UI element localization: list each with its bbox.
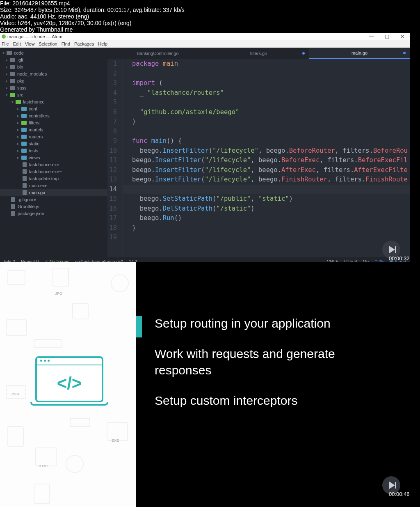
window-titlebar[interactable]: main.go — c:\code — Atom — ▢ ✕ <box>0 33 410 40</box>
close-button[interactable]: ✕ <box>395 34 410 39</box>
tree-item[interactable]: ▸views <box>0 154 107 161</box>
timestamp-bottom: 00:00:46 <box>389 491 410 497</box>
editor-area: BankingController.go filters.go main.go … <box>107 48 410 257</box>
tree-item[interactable]: ▸node_modules <box>0 70 107 77</box>
tree-item[interactable]: ▸models <box>0 126 107 133</box>
tree-item[interactable]: ▸tests <box>0 147 107 154</box>
folder-icon <box>10 65 15 69</box>
folder-icon <box>10 72 15 76</box>
tab-main[interactable]: main.go <box>309 48 410 59</box>
tab-bankingcontroller[interactable]: BankingController.go <box>107 48 208 59</box>
pattern-tag-html: HTML <box>39 464 49 468</box>
meta-size: Size: 3245487 bytes (3.10 MiB), duration… <box>0 7 185 13</box>
tree-view[interactable]: ▾code ▸.git▸bin▸node_modules▸pkg▸sass▾sr… <box>0 48 107 257</box>
slide-left-panel: JPG CSS HTML EXE </> <box>0 262 136 507</box>
tree-item[interactable]: ▸.git <box>0 56 107 63</box>
atom-app-icon <box>2 34 6 39</box>
folder-icon <box>21 121 27 125</box>
folder-icon <box>16 100 21 104</box>
tree-item[interactable]: lastchance.exe~ <box>0 168 107 175</box>
accent-bar <box>136 316 142 337</box>
tree-item[interactable]: ▸sass <box>0 84 107 91</box>
pattern-tag-exe: EXE <box>112 438 119 443</box>
tree-item[interactable]: ▾src <box>0 91 107 98</box>
tree-item[interactable]: ▸static <box>0 140 107 147</box>
file-icon <box>23 169 27 174</box>
code-brackets-icon: </> <box>37 374 102 393</box>
tree-item[interactable]: lastupdate.tmp <box>0 175 107 182</box>
file-icon <box>11 211 15 216</box>
folder-icon <box>21 135 27 139</box>
line-number-gutter: 12345678910111213141516171819 <box>107 59 123 257</box>
minimize-button[interactable]: — <box>363 34 379 39</box>
timestamp-top: 00:00:32 <box>389 255 410 262</box>
folder-icon <box>10 93 15 97</box>
file-icon <box>23 183 27 188</box>
tree-item[interactable]: ▸pkg <box>0 77 107 84</box>
maximize-button[interactable]: ▢ <box>379 34 395 39</box>
dirty-indicator-icon <box>302 52 305 55</box>
tab-filters[interactable]: filters.go <box>208 48 309 59</box>
meta-generated: Generated by Thumbnail me <box>0 26 185 33</box>
editor-tabs: BankingController.go filters.go main.go <box>107 48 410 59</box>
tree-item[interactable]: Gruntfile.js <box>0 203 107 210</box>
bullet-2: Work with requests and generate response… <box>155 346 394 379</box>
window-title: main.go — c:\code — Atom <box>7 34 62 39</box>
tree-item[interactable]: lastchance.exe <box>0 161 107 168</box>
menu-packages[interactable]: Packages <box>74 41 94 46</box>
tree-item[interactable]: main.exe <box>0 182 107 189</box>
menu-edit[interactable]: Edit <box>13 41 21 46</box>
folder-icon <box>21 114 27 118</box>
folder-icon <box>10 79 15 83</box>
menubar: File Edit View Selection Find Packages H… <box>0 40 410 48</box>
meta-file: File: 20160429190655.mp4 <box>0 0 185 7</box>
dirty-indicator-icon <box>403 52 406 54</box>
tree-item[interactable]: ▸bin <box>0 63 107 70</box>
bullet-1: Setup routing in your application <box>155 315 394 332</box>
laptop-icon: </> <box>30 356 108 406</box>
folder-icon <box>21 128 27 132</box>
tree-item[interactable]: .gitignore <box>0 196 107 203</box>
pattern-tag-css: CSS <box>11 392 19 396</box>
folder-icon <box>21 107 27 111</box>
tree-item[interactable]: ▸filters <box>0 119 107 126</box>
tree-item[interactable]: ▾lastchance <box>0 98 107 105</box>
atom-editor-window: main.go — c:\code — Atom — ▢ ✕ File Edit… <box>0 33 410 262</box>
slide-right-panel: Setup routing in your application Work w… <box>136 262 410 507</box>
menu-help[interactable]: Help <box>98 41 107 46</box>
menu-find[interactable]: Find <box>62 41 70 46</box>
file-icon <box>11 204 15 209</box>
window-controls: — ▢ ✕ <box>363 34 410 39</box>
tree-item[interactable]: ▸controllers <box>0 112 107 119</box>
file-icon <box>23 162 27 167</box>
folder-icon <box>10 86 15 90</box>
folder-icon <box>10 58 15 62</box>
meta-video: Video: h264, yuv420p, 1280x720, 30.00 fp… <box>0 20 185 26</box>
meta-audio: Audio: aac, 44100 Hz, stereo (eng) <box>0 13 185 20</box>
menu-file[interactable]: File <box>2 41 9 46</box>
tree-root-label: code <box>14 50 24 55</box>
code-content[interactable]: package main import ( _ "lastchance/rout… <box>123 59 410 257</box>
code-editor[interactable]: 12345678910111213141516171819 package ma… <box>107 59 410 257</box>
file-icon <box>23 190 27 195</box>
menu-view[interactable]: View <box>25 41 35 46</box>
file-icon <box>23 176 27 181</box>
folder-icon <box>21 142 27 146</box>
video-metadata-overlay: File: 20160429190655.mp4 Size: 3245487 b… <box>0 0 185 33</box>
folder-icon <box>21 156 27 160</box>
folder-icon <box>21 149 27 153</box>
presentation-slide: JPG CSS HTML EXE </> Setup routing in yo… <box>0 262 410 507</box>
menu-selection[interactable]: Selection <box>39 41 57 46</box>
bullet-3: Setup custom interceptors <box>155 392 394 409</box>
tree-item[interactable]: ▸conf <box>0 105 107 112</box>
file-icon <box>11 197 15 202</box>
tree-root[interactable]: ▾code <box>0 49 107 56</box>
tree-item[interactable]: ▸routers <box>0 133 107 140</box>
pattern-tag-jpg: JPG <box>55 291 62 296</box>
tree-item[interactable]: main.go <box>0 189 107 196</box>
tree-item[interactable]: package.json <box>0 210 107 217</box>
